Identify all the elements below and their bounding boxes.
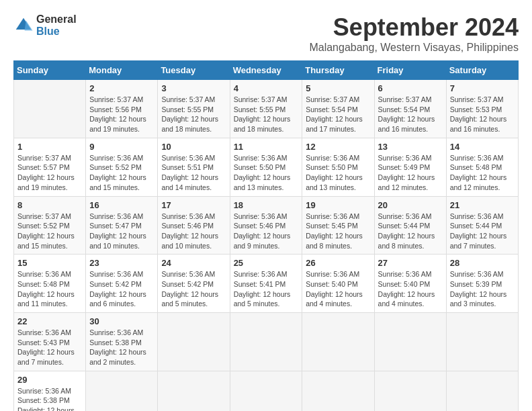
calendar-day-cell [230, 371, 302, 411]
day-detail: Sunrise: 5:37 AMSunset: 5:54 PMDaylight:… [306, 95, 370, 134]
day-detail: Sunrise: 5:36 AMSunset: 5:46 PMDaylight:… [161, 212, 226, 251]
calendar-location: Malangabang, Western Visayas, Philippine… [309, 42, 519, 54]
calendar-day-cell [86, 371, 158, 411]
logo-blue-text: Blue [36, 26, 77, 38]
calendar-day-cell [230, 313, 302, 371]
calendar-week-row: 29Sunrise: 5:36 AMSunset: 5:38 PMDayligh… [14, 371, 519, 411]
calendar-day-cell [158, 313, 230, 371]
calendar-day-cell [446, 371, 518, 411]
day-detail: Sunrise: 5:36 AMSunset: 5:38 PMDaylight:… [89, 328, 154, 367]
calendar-day-cell [158, 371, 230, 411]
day-detail: Sunrise: 5:37 AMSunset: 5:56 PMDaylight:… [89, 95, 154, 134]
day-detail: Sunrise: 5:36 AMSunset: 5:39 PMDaylight:… [450, 269, 515, 309]
day-number: 11 [234, 142, 299, 152]
calendar-day-cell: 22Sunrise: 5:36 AMSunset: 5:43 PMDayligh… [14, 313, 86, 371]
calendar-day-cell [302, 313, 374, 371]
calendar-table: Sunday Monday Tuesday Wednesday Thursday… [13, 60, 519, 411]
day-number: 21 [450, 200, 515, 210]
calendar-day-cell: 18Sunrise: 5:36 AMSunset: 5:46 PMDayligh… [230, 196, 302, 255]
day-detail: Sunrise: 5:36 AMSunset: 5:50 PMDaylight:… [234, 153, 299, 193]
day-number: 7 [450, 83, 515, 93]
day-detail: Sunrise: 5:36 AMSunset: 5:46 PMDaylight:… [234, 212, 299, 251]
calendar-day-cell: 26Sunrise: 5:36 AMSunset: 5:40 PMDayligh… [302, 255, 374, 313]
day-detail: Sunrise: 5:36 AMSunset: 5:50 PMDaylight:… [306, 153, 370, 193]
day-number: 15 [17, 258, 82, 268]
day-detail: Sunrise: 5:36 AMSunset: 5:48 PMDaylight:… [450, 153, 515, 193]
day-number: 27 [378, 258, 443, 268]
day-detail: Sunrise: 5:36 AMSunset: 5:42 PMDaylight:… [161, 269, 226, 309]
day-detail: Sunrise: 5:36 AMSunset: 5:47 PMDaylight:… [89, 212, 154, 251]
day-detail: Sunrise: 5:36 AMSunset: 5:40 PMDaylight:… [306, 269, 370, 309]
calendar-day-cell: 9Sunrise: 5:36 AMSunset: 5:52 PMDaylight… [86, 138, 158, 196]
logo: General Blue [13, 13, 77, 37]
day-detail: Sunrise: 5:36 AMSunset: 5:44 PMDaylight:… [378, 212, 443, 251]
calendar-day-cell: 19Sunrise: 5:36 AMSunset: 5:45 PMDayligh… [302, 196, 374, 255]
calendar-day-cell: 1Sunrise: 5:37 AMSunset: 5:57 PMDaylight… [14, 138, 86, 196]
day-detail: Sunrise: 5:36 AMSunset: 5:41 PMDaylight:… [234, 269, 299, 309]
calendar-day-cell: 5Sunrise: 5:37 AMSunset: 5:54 PMDaylight… [302, 80, 374, 138]
col-saturday: Saturday [446, 61, 518, 80]
day-number: 2 [89, 83, 154, 93]
day-number: 6 [378, 83, 443, 93]
day-number: 10 [161, 142, 226, 152]
day-number: 4 [234, 83, 299, 93]
calendar-day-cell: 3Sunrise: 5:37 AMSunset: 5:55 PMDaylight… [158, 80, 230, 138]
day-detail: Sunrise: 5:36 AMSunset: 5:45 PMDaylight:… [306, 212, 370, 251]
day-number: 23 [89, 258, 154, 268]
calendar-day-cell: 13Sunrise: 5:36 AMSunset: 5:49 PMDayligh… [374, 138, 446, 196]
day-number: 8 [17, 200, 82, 210]
calendar-day-cell: 11Sunrise: 5:36 AMSunset: 5:50 PMDayligh… [230, 138, 302, 196]
day-detail: Sunrise: 5:36 AMSunset: 5:42 PMDaylight:… [89, 269, 154, 309]
day-number: 13 [378, 142, 443, 152]
day-number: 26 [306, 258, 370, 268]
day-detail: Sunrise: 5:36 AMSunset: 5:40 PMDaylight:… [378, 269, 443, 309]
day-number: 1 [17, 142, 82, 152]
title-block: September 2024 Malangabang, Western Visa… [309, 13, 519, 54]
day-number: 16 [89, 200, 154, 210]
day-number: 22 [17, 316, 82, 326]
day-detail: Sunrise: 5:36 AMSunset: 5:38 PMDaylight:… [17, 386, 82, 411]
calendar-day-cell [14, 80, 86, 138]
day-detail: Sunrise: 5:36 AMSunset: 5:49 PMDaylight:… [378, 153, 443, 193]
day-number: 17 [161, 200, 226, 210]
col-friday: Friday [374, 61, 446, 80]
calendar-week-row: 8Sunrise: 5:37 AMSunset: 5:52 PMDaylight… [14, 196, 519, 255]
calendar-day-cell: 25Sunrise: 5:36 AMSunset: 5:41 PMDayligh… [230, 255, 302, 313]
calendar-day-cell: 21Sunrise: 5:36 AMSunset: 5:44 PMDayligh… [446, 196, 518, 255]
day-number: 20 [378, 200, 443, 210]
calendar-day-cell: 12Sunrise: 5:36 AMSunset: 5:50 PMDayligh… [302, 138, 374, 196]
calendar-title: September 2024 [309, 13, 519, 42]
day-number: 3 [161, 83, 226, 93]
day-number: 30 [89, 316, 154, 326]
day-detail: Sunrise: 5:37 AMSunset: 5:54 PMDaylight:… [378, 95, 443, 134]
day-number: 9 [89, 142, 154, 152]
col-wednesday: Wednesday [230, 61, 302, 80]
page-header: General Blue September 2024 Malangabang,… [13, 13, 519, 54]
logo-general-text: General [36, 13, 77, 26]
calendar-day-cell: 27Sunrise: 5:36 AMSunset: 5:40 PMDayligh… [374, 255, 446, 313]
calendar-day-cell: 2Sunrise: 5:37 AMSunset: 5:56 PMDaylight… [86, 80, 158, 138]
col-sunday: Sunday [14, 61, 86, 80]
day-detail: Sunrise: 5:37 AMSunset: 5:57 PMDaylight:… [17, 153, 82, 193]
calendar-day-cell: 7Sunrise: 5:37 AMSunset: 5:53 PMDaylight… [446, 80, 518, 138]
day-detail: Sunrise: 5:36 AMSunset: 5:48 PMDaylight:… [17, 269, 82, 309]
day-detail: Sunrise: 5:36 AMSunset: 5:52 PMDaylight:… [89, 153, 154, 193]
day-number: 5 [306, 83, 370, 93]
calendar-day-cell [374, 371, 446, 411]
day-detail: Sunrise: 5:37 AMSunset: 5:52 PMDaylight:… [17, 212, 82, 251]
day-detail: Sunrise: 5:36 AMSunset: 5:44 PMDaylight:… [450, 212, 515, 251]
calendar-day-cell: 15Sunrise: 5:36 AMSunset: 5:48 PMDayligh… [14, 255, 86, 313]
calendar-day-cell: 29Sunrise: 5:36 AMSunset: 5:38 PMDayligh… [14, 371, 86, 411]
logo-icon [13, 15, 34, 36]
day-detail: Sunrise: 5:37 AMSunset: 5:53 PMDaylight:… [450, 95, 515, 134]
day-number: 28 [450, 258, 515, 268]
calendar-day-cell [446, 313, 518, 371]
calendar-day-cell [302, 371, 374, 411]
calendar-day-cell: 28Sunrise: 5:36 AMSunset: 5:39 PMDayligh… [446, 255, 518, 313]
day-number: 14 [450, 142, 515, 152]
calendar-day-cell: 4Sunrise: 5:37 AMSunset: 5:55 PMDaylight… [230, 80, 302, 138]
calendar-header-row: Sunday Monday Tuesday Wednesday Thursday… [14, 61, 519, 80]
calendar-day-cell [374, 313, 446, 371]
calendar-week-row: 2Sunrise: 5:37 AMSunset: 5:56 PMDaylight… [14, 80, 519, 138]
calendar-day-cell: 6Sunrise: 5:37 AMSunset: 5:54 PMDaylight… [374, 80, 446, 138]
